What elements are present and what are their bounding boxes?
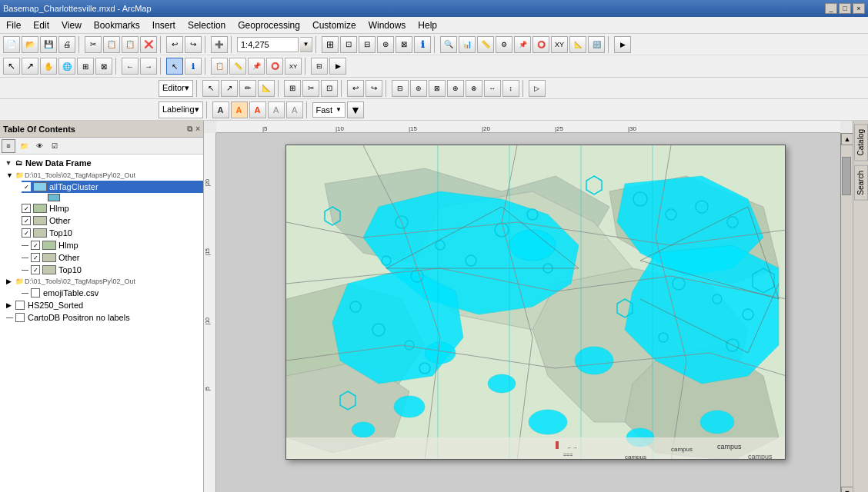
ed-btn17[interactable]: ▷ [529,80,546,97]
vertical-scrollbar[interactable]: ▲ ▼ [840,133,853,492]
extent2-btn[interactable]: ⊠ [95,58,112,75]
layer-other2-checkbox[interactable]: ✓ [31,253,40,262]
magnify4-btn[interactable]: ⊛ [377,36,394,53]
toc-layer-top101[interactable]: ✓ Top10 [6,227,203,239]
table-btn[interactable]: 📊 [459,36,476,53]
magnify5-btn[interactable]: ⊠ [396,36,412,53]
toc-layer-top102[interactable]: — ✓ Top10 [0,264,203,276]
lbl-more-btn[interactable]: ▼ [347,101,364,118]
menu-insert[interactable]: Insert [146,17,182,33]
toc-float-btn[interactable]: ⧉ [187,125,192,134]
layer-top101-checkbox[interactable]: ✓ [22,228,31,238]
toc-group2-header[interactable]: ▶ 📁 D:\01_Tools\02_TagMapsPy\02_Out [0,276,203,287]
toc-layer-emojitable[interactable]: — emojiTable.csv [0,287,203,299]
tool1[interactable]: ⚙ [496,36,512,53]
scroll-down-btn[interactable]: ▼ [841,487,853,492]
redo-btn[interactable]: ↪ [185,36,202,53]
zoom-value[interactable]: 1:4,275 [237,37,299,52]
find-btn[interactable]: 🔍 [440,36,457,53]
ed-btn7[interactable]: ⊡ [321,80,338,97]
nav2-btn[interactable]: → [140,58,157,75]
lbl-btn1[interactable]: A [212,101,229,118]
cut-btn[interactable]: ✂ [85,36,102,53]
magnify3-btn[interactable]: ⊟ [359,36,376,53]
layer-emojitable-checkbox[interactable] [31,288,40,298]
catalog-tab[interactable]: Catalog [854,124,868,161]
geom-btn[interactable]: ⊟ [311,58,328,75]
tool4[interactable]: XY [551,36,568,53]
menu-windows[interactable]: Windows [362,17,412,33]
search-tab[interactable]: Search [854,165,868,201]
tool3[interactable]: ⭕ [532,36,549,53]
copy-btn[interactable]: 📋 [103,36,120,53]
print-btn[interactable]: 🖨 [58,36,75,53]
identify-btn[interactable]: ℹ [414,36,431,53]
scroll-thumb[interactable] [842,157,851,195]
query-btn[interactable]: 📋 [211,58,228,75]
close-btn[interactable]: × [853,3,865,14]
menu-bookmarks[interactable]: Bookmarks [88,17,146,33]
undo-btn[interactable]: ↩ [166,36,183,53]
ed-btn2[interactable]: ↗ [221,80,238,97]
toc-group1-header[interactable]: ▼ 📁 D:\01_Tools\02_TagMapsPy\02_Out [6,170,203,181]
lbl-btn5[interactable]: A [286,101,303,118]
tool5[interactable]: 📐 [569,36,586,53]
toc-layer-hlmp2[interactable]: — ✓ Hlmp [0,239,203,251]
tool6[interactable]: 🔡 [588,36,605,53]
ed-btn4[interactable]: 📐 [258,80,275,97]
toc-frame-newdataframe[interactable]: ▼ 🗂 New Data Frame [0,156,203,170]
toc-vis-btn[interactable]: 👁 [32,139,46,153]
zoom-dropdown[interactable]: ▼ [300,37,312,52]
ed-btn14[interactable]: ⊗ [466,80,482,97]
open-btn[interactable]: 📂 [22,36,38,53]
magnify-btn[interactable]: ⊞ [322,36,339,53]
ed-btn16[interactable]: ↕ [502,80,519,97]
map-area[interactable]: |5 |10 |15 |20 |25 |30 |20 |15 |10 |5 [204,121,868,492]
labeling-dropdown[interactable]: Labeling▾ [159,101,203,118]
menu-file[interactable]: File [0,17,27,33]
toc-sel-btn[interactable]: ☑ [48,139,62,153]
toc-list-btn[interactable]: ≡ [2,139,15,153]
map-canvas[interactable]: campus campus campus campus === ←→ [216,133,840,492]
ed-btn10[interactable]: ⊟ [392,80,409,97]
toc-layer-hlmp1[interactable]: ✓ Hlmp [6,202,203,214]
toc-layer-hs250[interactable]: ▶ HS250_Sorted [0,299,203,311]
toc-close-btn[interactable]: × [195,125,200,134]
ed-btn9[interactable]: ↪ [366,80,382,97]
lbl-btn2[interactable]: A [231,101,248,118]
toc-source-btn[interactable]: 📁 [17,139,31,153]
toc-layer-other1[interactable]: ✓ Other [6,214,203,227]
toc-layer-cartodb[interactable]: — CartoDB Positron no labels [0,311,203,324]
pin-btn[interactable]: 📌 [248,58,265,75]
ed-btn12[interactable]: ⊠ [429,80,446,97]
cursor-btn[interactable]: ↖ [3,58,20,75]
cursor2-btn[interactable]: ↗ [22,58,38,75]
layer-hlmp1-checkbox[interactable]: ✓ [22,204,31,213]
toc-layer-other2[interactable]: — ✓ Other [0,251,203,264]
menu-help[interactable]: Help [412,17,443,33]
ed-btn1[interactable]: ↖ [202,80,219,97]
geom2-btn[interactable]: ▶ [329,58,346,75]
measure-btn[interactable]: 📏 [477,36,494,53]
info-btn[interactable]: ℹ [185,58,202,75]
scroll-up-btn[interactable]: ▲ [841,133,853,145]
paste-btn[interactable]: 📋 [122,36,139,53]
layer-other1-checkbox[interactable]: ✓ [22,216,31,225]
select-btn[interactable]: ↖ [166,58,183,75]
toc-layer-alltagcluster[interactable]: ✓ allTagCluster [22,181,203,193]
menu-selection[interactable]: Selection [182,17,232,33]
minimize-btn[interactable]: _ [825,3,837,14]
menu-geoprocessing[interactable]: Geoprocessing [232,17,306,33]
pan-btn[interactable]: ✋ [40,58,57,75]
ed-btn3[interactable]: ✏ [239,80,256,97]
menu-customize[interactable]: Customize [306,17,362,33]
lbl-btn3[interactable]: A [249,101,266,118]
menu-edit[interactable]: Edit [27,17,55,33]
globe-btn[interactable]: 🌐 [58,58,75,75]
ed-btn8[interactable]: ↩ [347,80,364,97]
layer-cartodb-checkbox[interactable] [15,313,25,322]
new-btn[interactable]: 📄 [3,36,20,53]
layer-hs250-checkbox[interactable] [15,301,25,310]
add-data-btn[interactable]: ✚ [211,36,228,53]
nav1-btn[interactable]: ← [122,58,139,75]
